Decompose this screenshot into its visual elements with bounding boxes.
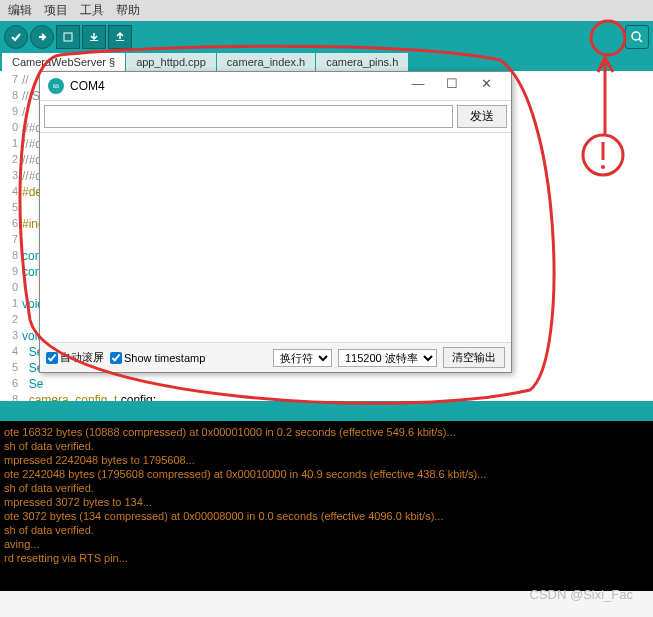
menu-tools[interactable]: 工具 xyxy=(80,2,104,19)
console-line: aving... xyxy=(4,537,649,551)
send-button[interactable]: 发送 xyxy=(457,105,507,128)
console-line: mpressed 3072 bytes to 134... xyxy=(4,495,649,509)
open-button[interactable] xyxy=(82,25,106,49)
console-line: sh of data verified. xyxy=(4,439,649,453)
dialog-footer: 自动滚屏 Show timestamp 换行符 115200 波特率 清空输出 xyxy=(40,343,511,372)
close-button[interactable]: ✕ xyxy=(469,76,503,96)
tab-pins[interactable]: camera_pins.h xyxy=(316,53,408,71)
serial-monitor-button[interactable] xyxy=(625,25,649,49)
console-line: ote 16832 bytes (10888 compressed) at 0x… xyxy=(4,425,649,439)
menu-edit[interactable]: 编辑 xyxy=(8,2,32,19)
svg-rect-1 xyxy=(90,40,98,41)
show-timestamp-checkbox[interactable]: Show timestamp xyxy=(110,352,205,364)
svg-point-3 xyxy=(632,32,640,40)
upload-button[interactable] xyxy=(30,25,54,49)
dialog-title: COM4 xyxy=(70,79,401,93)
toolbar xyxy=(0,21,653,53)
console-line: mpressed 2242048 bytes to 1795608... xyxy=(4,453,649,467)
clear-output-button[interactable]: 清空输出 xyxy=(443,347,505,368)
new-button[interactable] xyxy=(56,25,80,49)
tab-index[interactable]: camera_index.h xyxy=(217,53,315,71)
console-line: sh of data verified. xyxy=(4,523,649,537)
svg-rect-2 xyxy=(116,40,124,41)
tab-main[interactable]: CameraWebServer § xyxy=(2,53,125,71)
watermark: CSDN @Sixi_Fac xyxy=(530,587,634,602)
divider xyxy=(0,401,653,421)
menu-project[interactable]: 项目 xyxy=(44,2,68,19)
save-button[interactable] xyxy=(108,25,132,49)
console-line: rd resetting via RTS pin... xyxy=(4,551,649,565)
menu-help[interactable]: 帮助 xyxy=(116,2,140,19)
serial-monitor-dialog: ∞ COM4 — ☐ ✕ 发送 自动滚屏 Show timestamp 换行符 … xyxy=(39,71,512,373)
tab-httpd[interactable]: app_httpd.cpp xyxy=(126,53,216,71)
tab-bar: CameraWebServer § app_httpd.cpp camera_i… xyxy=(0,53,653,71)
menu-bar: 编辑 项目 工具 帮助 xyxy=(0,0,653,21)
minimize-button[interactable]: — xyxy=(401,76,435,96)
serial-input[interactable] xyxy=(44,105,453,128)
verify-button[interactable] xyxy=(4,25,28,49)
console-line: sh of data verified. xyxy=(4,481,649,495)
maximize-button[interactable]: ☐ xyxy=(435,76,469,96)
svg-rect-0 xyxy=(64,33,72,41)
console-line: ote 3072 bytes (134 compressed) at 0x000… xyxy=(4,509,649,523)
baud-rate-select[interactable]: 115200 波特率 xyxy=(338,349,437,367)
autoscroll-checkbox[interactable]: 自动滚屏 xyxy=(46,350,104,365)
dialog-titlebar[interactable]: ∞ COM4 — ☐ ✕ xyxy=(40,72,511,101)
console-line: ote 2242048 bytes (1795608 compressed) a… xyxy=(4,467,649,481)
serial-output[interactable] xyxy=(40,132,511,343)
line-ending-select[interactable]: 换行符 xyxy=(273,349,332,367)
arduino-icon: ∞ xyxy=(48,78,64,94)
output-console[interactable]: ote 16832 bytes (10888 compressed) at 0x… xyxy=(0,421,653,591)
